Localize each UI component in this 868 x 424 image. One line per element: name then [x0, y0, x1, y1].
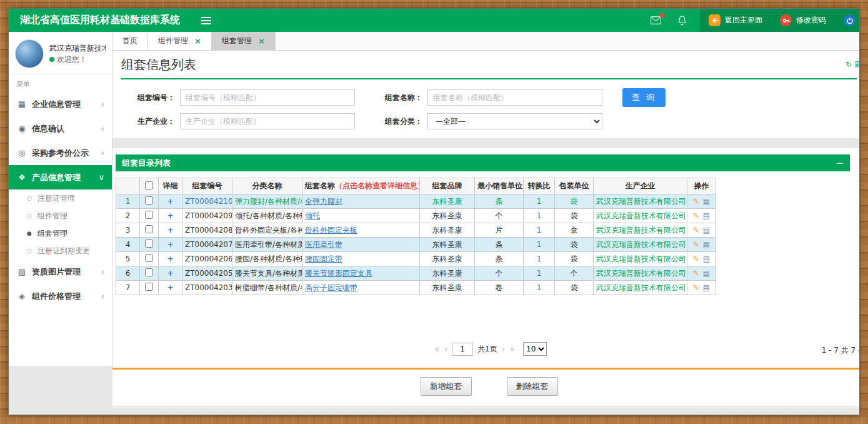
document-icon[interactable]: ▤: [703, 283, 710, 292]
edit-icon[interactable]: ✎: [693, 226, 699, 235]
sidebar-item-qualification-images[interactable]: ▨ 资质图片管理 ‹: [9, 260, 112, 284]
document-icon[interactable]: ▤: [703, 240, 710, 249]
row-checkbox[interactable]: [145, 211, 153, 219]
row-actions[interactable]: ✎▤: [687, 209, 716, 223]
detail-cell[interactable]: +: [159, 238, 182, 252]
next-page-icon[interactable]: ›: [502, 344, 506, 354]
row-checkbox[interactable]: [145, 196, 153, 204]
query-button[interactable]: 查 询: [622, 88, 666, 107]
first-page-icon[interactable]: «: [434, 344, 440, 354]
row-actions[interactable]: ✎▤: [687, 238, 716, 252]
set-name-link[interactable]: 膝关节矫形固定支具: [305, 269, 372, 278]
sidebar-item-info-confirm[interactable]: ◉ 信息确认 ‹: [9, 116, 112, 141]
set-name-link[interactable]: 医用牵引带: [305, 240, 342, 249]
detail-expand-link[interactable]: +: [167, 226, 173, 235]
bell-icon[interactable]: [669, 9, 695, 32]
row-checkbox-cell[interactable]: [140, 252, 159, 266]
row-checkbox[interactable]: [145, 268, 153, 276]
delete-set-button[interactable]: 删除组套: [507, 377, 558, 396]
detail-expand-link[interactable]: +: [167, 197, 173, 206]
collapse-icon[interactable]: −: [836, 158, 844, 169]
set-name-link[interactable]: 高分子固定绷带: [305, 283, 357, 292]
set-name-link[interactable]: 骨科外固定夹板: [305, 226, 357, 235]
table-row[interactable]: 6+ZT00004205膝关节支具/各种材质/各种规格膝关节矫形固定支具东科圣康…: [116, 266, 716, 281]
page-size-select[interactable]: 10: [523, 342, 547, 356]
sidebar-item-enterprise-info[interactable]: ▦ 企业信息管理 ‹: [9, 92, 112, 116]
table-row[interactable]: 2+ZT00004209颈托/各种材质/各种规格颈托东科圣康个1袋武汉克瑞普新技…: [116, 209, 716, 223]
document-icon[interactable]: ▤: [703, 255, 710, 263]
sidebar-item-price-publicity[interactable]: ◎ 采购参考价公示 ‹: [9, 141, 112, 165]
detail-cell[interactable]: +: [159, 252, 182, 266]
sidebar-item-product-info[interactable]: ❖ 产品信息管理 ∨: [9, 165, 112, 189]
add-set-button[interactable]: 新增组套: [421, 377, 472, 396]
sidebar-item-component-price[interactable]: ◈ 组件价格管理 ‹: [9, 284, 112, 308]
edit-icon[interactable]: ✎: [693, 211, 699, 220]
set-name-cell[interactable]: 高分子固定绷带: [302, 281, 420, 295]
row-actions[interactable]: ✎▤: [687, 194, 716, 209]
row-actions[interactable]: ✎▤: [687, 223, 716, 238]
table-row[interactable]: 1+ZT00004210弹力腰封/各种材质/各种规格全弹力腰封东科圣康条1袋武汉…: [116, 194, 716, 209]
row-checkbox-cell[interactable]: [140, 223, 159, 238]
row-actions[interactable]: ✎▤: [687, 281, 716, 295]
set-name-cell[interactable]: 全弹力腰封: [302, 194, 420, 209]
sidebar-subitem-component-mgmt[interactable]: ○ 组件管理: [9, 207, 112, 225]
set-name-link[interactable]: 腰围固定带: [305, 255, 342, 263]
edit-icon[interactable]: ✎: [693, 255, 699, 263]
col-select-all[interactable]: [140, 178, 159, 194]
row-checkbox-cell[interactable]: [140, 266, 159, 281]
table-row[interactable]: 4+ZT00004207医用牵引带/各种材质/各种规格医用牵引带东科圣康条1袋武…: [116, 238, 716, 252]
return-main-button[interactable]: 返回主界面: [700, 9, 771, 32]
edit-icon[interactable]: ✎: [693, 240, 699, 249]
row-checkbox-cell[interactable]: [140, 281, 159, 295]
detail-expand-link[interactable]: +: [167, 240, 173, 249]
set-name-cell[interactable]: 医用牵引带: [302, 238, 420, 252]
prev-page-icon[interactable]: ‹: [444, 344, 448, 354]
sidebar-subitem-set-mgmt[interactable]: ● 组套管理: [9, 225, 112, 242]
detail-cell[interactable]: +: [159, 281, 182, 295]
row-checkbox-cell[interactable]: [140, 194, 159, 209]
set-name-cell[interactable]: 膝关节矫形固定支具: [302, 266, 420, 281]
set-name-cell[interactable]: 颈托: [302, 209, 420, 223]
table-row[interactable]: 3+ZT00004208骨科外固定夹板/各种材质/各种规格骨科外固定夹板东科圣康…: [116, 223, 716, 238]
logout-button[interactable]: 退出: [835, 9, 860, 32]
row-checkbox-cell[interactable]: [140, 209, 159, 223]
row-checkbox[interactable]: [145, 283, 153, 291]
row-checkbox[interactable]: [145, 254, 153, 262]
change-password-button[interactable]: 修改密码: [771, 9, 835, 32]
sidebar-subitem-registration-cert[interactable]: ○ 注册证管理: [9, 189, 112, 207]
set-name-link[interactable]: 颈托: [305, 211, 320, 220]
set-name-cell[interactable]: 骨科外固定夹板: [302, 223, 420, 238]
detail-expand-link[interactable]: +: [167, 255, 173, 263]
document-icon[interactable]: ▤: [703, 197, 710, 206]
set-name-input[interactable]: [427, 89, 602, 106]
row-actions[interactable]: ✎▤: [687, 252, 716, 266]
edit-icon[interactable]: ✎: [693, 283, 699, 292]
table-row[interactable]: 5+ZT00004206腰围/各种材质/各种规格腰围固定带东科圣康条1袋武汉克瑞…: [116, 252, 716, 266]
edit-icon[interactable]: ✎: [693, 197, 699, 206]
row-checkbox[interactable]: [145, 225, 153, 233]
detail-expand-link[interactable]: +: [167, 269, 173, 278]
page-number-input[interactable]: [452, 343, 473, 356]
hamburger-menu-icon[interactable]: [201, 15, 211, 26]
row-actions[interactable]: ✎▤: [687, 266, 716, 281]
detail-expand-link[interactable]: +: [167, 283, 173, 292]
set-name-link[interactable]: 全弹力腰封: [305, 197, 342, 206]
row-checkbox[interactable]: [145, 240, 153, 248]
tab-close-icon[interactable]: ×: [258, 36, 265, 46]
detail-cell[interactable]: +: [159, 194, 182, 209]
tab-component-mgmt[interactable]: 组件管理 ×: [148, 32, 212, 50]
refresh-button[interactable]: ↻ 刷新: [846, 59, 859, 70]
set-name-cell[interactable]: 腰围固定带: [302, 252, 420, 266]
row-checkbox-cell[interactable]: [140, 238, 159, 252]
category-select[interactable]: —全部—: [427, 113, 602, 129]
tab-home[interactable]: 首页: [112, 32, 148, 50]
table-row[interactable]: 7+ZT00004203树脂绷带/各种材质/各种规格高分子固定绷带东科圣康卷1袋…: [116, 281, 716, 295]
document-icon[interactable]: ▤: [703, 269, 710, 278]
mail-icon[interactable]: [642, 9, 669, 32]
manufacturer-input[interactable]: [180, 113, 355, 129]
sidebar-subitem-cert-expiry-change[interactable]: ○ 注册证到期变更: [9, 242, 112, 260]
last-page-icon[interactable]: »: [509, 344, 515, 354]
set-code-input[interactable]: [180, 89, 355, 106]
document-icon[interactable]: ▤: [703, 226, 710, 235]
document-icon[interactable]: ▤: [703, 211, 710, 220]
